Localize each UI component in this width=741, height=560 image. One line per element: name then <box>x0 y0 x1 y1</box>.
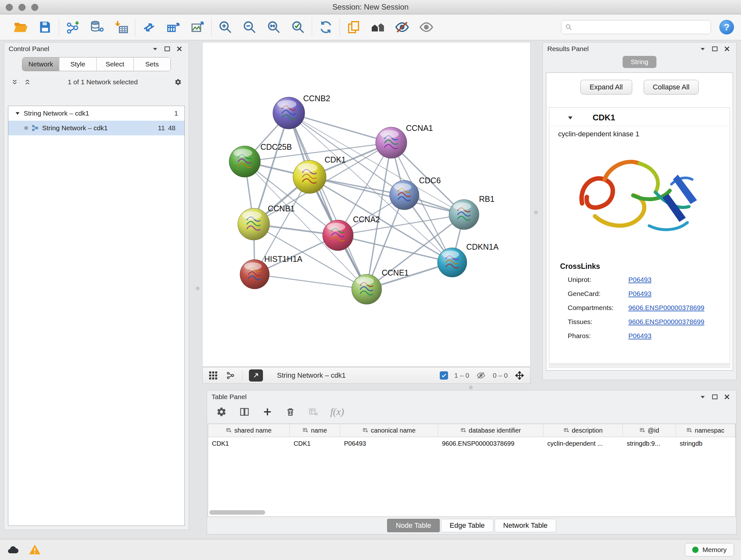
expand-all-button[interactable]: Expand All <box>581 80 632 95</box>
memory-label: Memory <box>702 546 727 554</box>
close-panel-icon[interactable] <box>722 44 732 54</box>
zoom-in-icon[interactable] <box>217 19 233 35</box>
home-icon[interactable] <box>370 19 386 35</box>
status-bar: Memory <box>0 539 741 560</box>
column-header[interactable]: namespac <box>676 424 735 437</box>
network-graph[interactable]: CCNB2CCNA1CDC25BCDK1CDC6RB1CCNB1CCNA2CDK… <box>203 43 530 366</box>
tissues-link[interactable]: 9606.ENSP00000378699 <box>628 318 704 326</box>
network-view-area: CCNB2CCNA1CDC25BCDK1CDC6RB1CCNB1CCNA2CDK… <box>202 42 530 384</box>
zoom-out-icon[interactable] <box>242 19 258 35</box>
tab-node-table[interactable]: Node Table <box>387 519 440 532</box>
import-network-file-icon[interactable] <box>65 19 81 35</box>
delete-row-icon[interactable] <box>284 406 296 418</box>
import-table-file-icon[interactable] <box>113 19 129 35</box>
memory-button[interactable]: Memory <box>685 543 734 557</box>
table-gear-icon[interactable] <box>215 406 227 418</box>
tab-style[interactable]: Style <box>59 57 96 71</box>
tab-sets[interactable]: Sets <box>134 57 171 71</box>
collection-label: String Network – cdk1 <box>23 110 89 117</box>
column-header[interactable]: database identifier <box>438 424 543 437</box>
column-header[interactable]: canonical name <box>340 424 438 437</box>
network-node-RB1[interactable]: RB1 <box>449 194 495 230</box>
view-share-icon[interactable] <box>225 370 236 381</box>
export-table-icon[interactable] <box>165 19 181 35</box>
export-network-icon[interactable] <box>141 19 157 35</box>
import-network-database-icon[interactable] <box>89 19 105 35</box>
crosslinks-heading: CrossLinks <box>549 251 730 273</box>
network-share-icon <box>31 124 39 132</box>
collapse-all-icon[interactable] <box>10 77 19 87</box>
section-disclosure-icon[interactable] <box>567 115 574 121</box>
fit-content-move-icon[interactable] <box>514 370 525 381</box>
compartments-link[interactable]: 9606.ENSP00000378699 <box>628 304 704 312</box>
search-input[interactable] <box>576 23 707 31</box>
zoom-fit-icon[interactable] <box>266 19 282 35</box>
network-collection-row[interactable]: String Network – cdk1 1 <box>8 106 185 121</box>
hide-details-icon[interactable] <box>394 19 410 35</box>
genecard-link[interactable]: P06493 <box>628 290 651 298</box>
show-columns-icon[interactable] <box>239 406 251 418</box>
export-view-button[interactable] <box>249 369 263 381</box>
network-node-CCNB2[interactable]: CCNB2 <box>273 94 330 129</box>
export-image-icon[interactable] <box>190 19 205 35</box>
network-node-CCNB1[interactable]: CCNB1 <box>238 204 295 240</box>
vertical-splitter-grip[interactable] <box>196 287 199 290</box>
close-panel-icon[interactable] <box>175 44 184 54</box>
column-header[interactable]: name <box>290 424 340 437</box>
column-header[interactable]: shared name <box>208 424 290 437</box>
table-row[interactable]: CDK1 CDK1 P06493 9606.ENSP00000378699 cy… <box>208 437 735 450</box>
add-row-icon[interactable] <box>261 406 273 418</box>
search-icon <box>565 23 572 30</box>
zoom-selected-icon[interactable] <box>290 19 306 35</box>
collapse-all-button[interactable]: Collapse All <box>644 80 699 95</box>
refresh-view-icon[interactable] <box>318 19 334 35</box>
network-label: String Network – cdk1 <box>42 124 108 132</box>
save-session-icon[interactable] <box>37 19 53 35</box>
network-node-CDKN1A[interactable]: CDKN1A <box>437 242 499 277</box>
vertical-splitter-grip[interactable] <box>534 211 538 214</box>
float-panel-icon[interactable] <box>162 44 172 54</box>
network-canvas[interactable]: CCNB2CCNA1CDC25BCDK1CDC6RB1CCNB1CCNA2CDK… <box>202 42 530 367</box>
close-panel-icon[interactable] <box>722 392 732 401</box>
session-snapshot-icon[interactable] <box>346 19 361 35</box>
column-header[interactable]: @id <box>623 424 676 437</box>
warning-icon[interactable] <box>29 544 41 556</box>
tab-network[interactable]: Network <box>22 57 59 71</box>
results-tab-string[interactable]: String <box>623 56 657 68</box>
help-button[interactable]: ? <box>719 20 734 35</box>
crosslink-label: Pharos: <box>568 332 628 340</box>
results-horizontal-scrollbar[interactable] <box>550 363 729 367</box>
open-session-icon[interactable] <box>13 19 29 35</box>
network-node-CCNA1[interactable]: CCNA1 <box>376 124 433 159</box>
delete-table-icon[interactable] <box>307 406 320 418</box>
float-panel-icon[interactable] <box>710 44 720 54</box>
uniprot-link[interactable]: P06493 <box>628 276 651 284</box>
selected-nodes-checkbox[interactable] <box>440 371 448 380</box>
cloud-icon[interactable] <box>7 544 19 556</box>
tab-select[interactable]: Select <box>97 57 134 71</box>
birds-eye-grid-icon[interactable] <box>208 370 219 381</box>
tab-edge-table[interactable]: Edge Table <box>441 519 493 532</box>
show-details-icon[interactable] <box>418 19 434 35</box>
disclosure-triangle-icon[interactable] <box>15 111 20 116</box>
panel-menu-icon[interactable] <box>698 44 708 54</box>
node-label: CCNB1 <box>268 204 295 213</box>
expand-all-icon[interactable] <box>23 77 32 87</box>
pharos-link[interactable]: P06493 <box>628 332 651 340</box>
tab-network-table[interactable]: Network Table <box>495 519 556 532</box>
hidden-eye-slash-icon[interactable] <box>475 370 486 381</box>
results-content: Expand All Collapse All CDK1 cyclin-depe… <box>546 72 733 371</box>
node-label: CCNA1 <box>406 124 433 132</box>
network-row-selected[interactable]: String Network – cdk1 11 48 <box>8 121 185 135</box>
gear-icon[interactable] <box>173 77 183 87</box>
column-header[interactable]: description <box>543 424 623 437</box>
selected-count: 1 – 0 <box>455 372 469 379</box>
network-node-HIST1H1A[interactable]: HIST1H1A <box>240 254 302 289</box>
table-horizontal-scrollbar[interactable] <box>209 510 265 515</box>
float-panel-icon[interactable] <box>710 392 720 401</box>
panel-menu-icon[interactable] <box>698 392 708 401</box>
results-panel: Results Panel String Expand All Collapse… <box>542 42 737 380</box>
panel-menu-icon[interactable] <box>150 44 160 54</box>
function-builder-icon[interactable]: f(x) <box>330 406 344 418</box>
horizontal-splitter-grip[interactable] <box>469 386 473 389</box>
